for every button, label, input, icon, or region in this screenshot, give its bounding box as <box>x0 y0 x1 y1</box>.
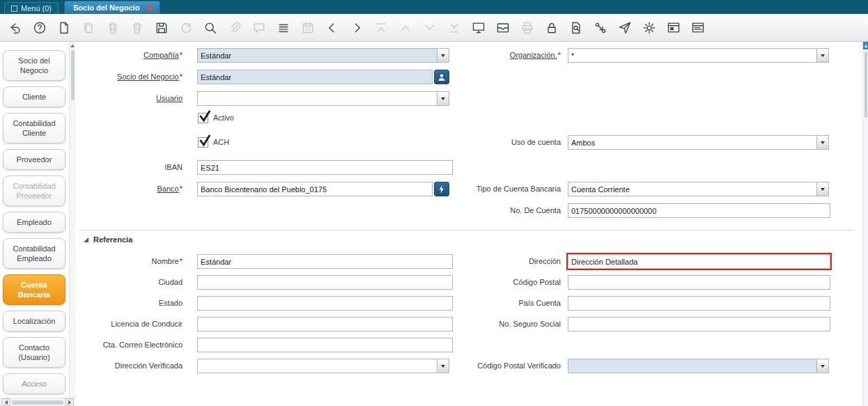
toolbar-grid-toggle-button[interactable] <box>275 19 292 36</box>
socio-del-negocio-input[interactable] <box>197 70 433 84</box>
banco-label[interactable]: Banco* <box>75 182 183 196</box>
business-partner-info-button[interactable] <box>434 70 449 84</box>
referencia-section-header[interactable]: Referencia <box>84 235 132 244</box>
toolbar-quick-form-button[interactable] <box>665 19 682 36</box>
toolbar-private-lock-button[interactable] <box>543 19 560 36</box>
ach-checkbox[interactable] <box>198 137 208 148</box>
toolbar-copy-record-button[interactable] <box>80 19 97 36</box>
toolbar-workflow-button[interactable] <box>592 19 609 36</box>
toolbar-detail-record-button[interactable] <box>421 19 438 36</box>
organizacion-label[interactable]: Organización.* <box>387 48 561 63</box>
direccion-label: Dirección <box>387 254 561 269</box>
toolbar-find-button[interactable] <box>202 19 219 36</box>
tab-menu[interactable]: Menú (0) <box>4 2 59 14</box>
required-mark: * <box>180 257 183 265</box>
toolbar-first-record-button[interactable] <box>373 19 389 36</box>
toolbar-check-requests-button[interactable] <box>617 19 633 36</box>
pais-cuenta-input[interactable] <box>568 296 830 311</box>
organizacion-combobox[interactable] <box>568 48 829 63</box>
chevron-down-icon[interactable] <box>437 92 449 105</box>
toolbar-calendar-button[interactable] <box>300 19 316 36</box>
toolbar-save-button[interactable] <box>153 19 170 36</box>
sidebar-tab-contacto-usuario[interactable]: Contacto (Usuario) <box>3 337 65 368</box>
usuario-combobox[interactable] <box>197 91 449 106</box>
uso-de-cuenta-input[interactable] <box>568 136 816 149</box>
uso-de-cuenta-combobox[interactable] <box>568 135 829 150</box>
sidebar-tab-label: Contabilidad Cliente <box>13 119 55 137</box>
tipo-de-cuenta-bancaria-input[interactable] <box>568 182 816 196</box>
toolbar-log-button[interactable] <box>690 19 706 36</box>
sidebar-tab-cuenta-bancaria[interactable]: Cuenta Bancaria <box>3 274 65 305</box>
chevron-down-icon[interactable] <box>816 182 828 196</box>
person-icon <box>437 72 447 82</box>
toolbar-delete-record-button[interactable] <box>104 19 121 36</box>
scroll-left-button[interactable] <box>1 398 10 406</box>
sidebar-tab-proveedor[interactable]: Proveedor <box>3 149 65 170</box>
sidebar-tab-localizacion[interactable]: Localización <box>3 311 65 331</box>
scroll-up-button[interactable] <box>863 42 868 49</box>
toolbar-new-record-button[interactable] <box>56 19 72 36</box>
usuario-label[interactable]: Usuario <box>75 91 183 106</box>
direccion-input[interactable] <box>568 254 830 269</box>
cta-correo-electronico-input[interactable] <box>197 338 453 352</box>
toolbar-report-button[interactable] <box>470 19 487 36</box>
codigo-postal-verificado-input[interactable] <box>568 359 816 373</box>
toolbar-print-button[interactable] <box>519 19 536 36</box>
toolbar-undo-button[interactable] <box>7 19 24 36</box>
monitor-icon <box>472 21 486 35</box>
scrollbar-thumb[interactable] <box>12 400 63 405</box>
activo-label: Activo <box>213 113 234 123</box>
sidebar-tab-contabilidad-proveedor[interactable]: Contabilidad Proveedor <box>3 175 65 206</box>
toolbar-preferences-button[interactable] <box>641 19 658 36</box>
toolbar-refresh-button[interactable] <box>178 19 194 36</box>
sidebar-tab-empleado[interactable]: Empleado <box>3 212 65 233</box>
sidebar-tab-acceso[interactable]: Acceso <box>3 373 65 394</box>
copy-icon <box>82 21 95 35</box>
tab-socio-del-negocio[interactable]: Socio del Negocio <box>64 1 160 14</box>
scroll-right-button[interactable] <box>65 398 74 406</box>
codigo-postal-verificado-combobox[interactable] <box>568 359 829 373</box>
scrollbar-thumb[interactable] <box>71 50 75 100</box>
codigo-postal-input[interactable] <box>568 275 830 290</box>
toolbar-previous-record-button[interactable] <box>324 19 341 36</box>
sidebar-tab-contabilidad-cliente[interactable]: Contabilidad Cliente <box>3 113 65 143</box>
usuario-input[interactable] <box>198 92 437 105</box>
chevron-down-icon[interactable] <box>816 359 828 373</box>
toolbar-next-record-button[interactable] <box>348 19 365 36</box>
no-seguro-social-input[interactable] <box>568 317 830 331</box>
archive-tray-icon <box>496 21 510 35</box>
tipo-de-cuenta-bancaria-combobox[interactable] <box>568 182 829 196</box>
toolbar-zoom-across-button[interactable] <box>568 19 584 36</box>
sidebar-scrollbar[interactable] <box>69 42 75 398</box>
organizacion-input[interactable] <box>568 49 816 62</box>
chevron-down-icon[interactable] <box>816 49 828 62</box>
close-icon[interactable] <box>146 4 153 12</box>
no-de-cuenta-input[interactable] <box>568 203 830 218</box>
toolbar-archive-button[interactable] <box>495 19 511 36</box>
window-scrollbar[interactable] <box>862 42 868 406</box>
socio-del-negocio-label[interactable]: Socio del Negocio* <box>75 70 183 84</box>
iban-input[interactable] <box>197 160 453 175</box>
sidebar-tab-label: Contabilidad Proveedor <box>13 182 55 200</box>
scroll-up-icon <box>865 45 867 47</box>
toolbar-delete-selection-button[interactable] <box>129 19 146 36</box>
toolbar-help-button[interactable] <box>31 19 48 36</box>
sidebar-tab-contabilidad-empleado[interactable]: Contabilidad Empleado <box>3 238 65 269</box>
sidebar-tab-socio-del-negocio[interactable]: Socio del Negocio <box>3 50 65 81</box>
sidebar-tab-cliente[interactable]: Cliente <box>3 86 65 107</box>
cta-correo-electronico-field <box>197 338 453 352</box>
collapse-icon[interactable] <box>84 237 88 242</box>
scroll-right-icon <box>68 400 71 405</box>
paper-plane-icon <box>618 21 632 35</box>
compania-label[interactable]: Compañía* <box>75 48 183 63</box>
toolbar-attachment-button[interactable] <box>226 19 243 36</box>
toolbar-last-record-button[interactable] <box>446 19 463 36</box>
scrollbar-thumb[interactable] <box>865 52 867 118</box>
chevron-down-icon[interactable] <box>816 136 828 149</box>
scroll-up-icon[interactable] <box>70 44 75 47</box>
activo-checkbox[interactable] <box>198 113 208 123</box>
sidebar-horizontal-scrollbar[interactable] <box>0 398 75 406</box>
toolbar-parent-record-button[interactable] <box>397 19 414 36</box>
toolbar-chat-button[interactable] <box>251 19 268 36</box>
estado-label: Estado <box>75 296 183 311</box>
